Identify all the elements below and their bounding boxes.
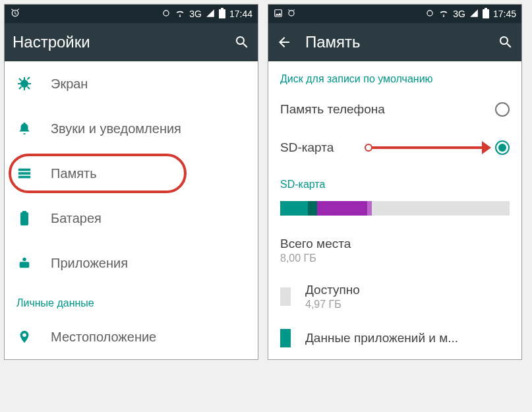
signal-icon: [206, 9, 215, 20]
storage-row-value: 8,00 ГБ: [280, 252, 351, 264]
settings-item-label: Экран: [51, 76, 88, 92]
phone-left: 3G 17:44 Настройки Экран Звуки и у: [4, 4, 258, 360]
settings-item-sound[interactable]: Звуки и уведомления: [5, 106, 258, 151]
storage-total-row[interactable]: Всего места 8,00 ГБ: [268, 227, 521, 274]
radio-unchecked-icon: [495, 102, 510, 117]
storage-row-title: Доступно: [305, 283, 360, 297]
radio-label: SD-карта: [280, 140, 334, 155]
highlight-annotation: [9, 154, 187, 193]
storage-apps-row[interactable]: Данные приложений и м...: [268, 320, 521, 357]
settings-item-storage[interactable]: Память: [5, 151, 258, 196]
svg-rect-6: [22, 211, 26, 213]
svg-rect-1: [221, 8, 223, 9]
storage-available-row[interactable]: Доступно 4,97 ГБ: [268, 274, 521, 320]
settings-item-label: Местоположение: [51, 330, 156, 345]
storage-segment: [317, 201, 368, 216]
wifi-icon: [438, 8, 449, 20]
settings-item-apps[interactable]: Приложения: [5, 241, 258, 285]
image-icon: [274, 9, 283, 20]
battery-icon: [483, 8, 489, 20]
section-header-default-disk: Диск для записи по умолчанию: [268, 61, 521, 90]
settings-item-label: Приложения: [51, 256, 128, 271]
storage-segment: [280, 201, 308, 216]
settings-item-label: Память: [51, 166, 97, 181]
signal-icon: [469, 9, 479, 20]
radio-label: Память телефона: [280, 102, 385, 117]
app-bar: Память: [268, 23, 521, 61]
apps-icon: [16, 255, 32, 271]
color-swatch: [280, 329, 291, 347]
clock-label: 17:44: [229, 9, 252, 19]
storage-row-title: Данные приложений и м...: [305, 331, 458, 345]
network-label: 3G: [453, 9, 465, 19]
storage-usage-bar: [280, 201, 510, 216]
arrow-annotation: [367, 146, 488, 149]
settings-list: Экран Звуки и уведомления Память Батарея: [5, 61, 258, 359]
network-label: 3G: [189, 9, 202, 19]
alarm-icon: [425, 9, 434, 20]
svg-rect-2: [18, 169, 30, 171]
svg-point-7: [22, 258, 26, 262]
settings-item-label: Звуки и уведомления: [51, 121, 181, 136]
clock-label: 17:45: [493, 9, 516, 19]
search-icon[interactable]: [234, 34, 250, 50]
app-bar: Настройки: [5, 23, 258, 61]
svg-rect-10: [483, 9, 489, 18]
status-bar: 3G 17:44: [5, 5, 258, 23]
svg-rect-8: [20, 262, 30, 268]
bell-icon: [16, 121, 32, 136]
svg-rect-11: [485, 8, 487, 9]
location-icon: [16, 329, 32, 345]
storage-icon: [16, 165, 32, 181]
search-icon[interactable]: [498, 34, 514, 50]
section-header-sd: SD-карта: [268, 167, 521, 196]
section-header-personal: Личные данные: [5, 285, 258, 314]
svg-rect-3: [18, 172, 30, 175]
battery-icon: [16, 210, 32, 226]
page-title: Настройки: [13, 33, 221, 51]
back-icon[interactable]: [276, 34, 292, 50]
settings-item-display[interactable]: Экран: [5, 61, 258, 106]
alarm-icon: [287, 9, 296, 20]
settings-item-battery[interactable]: Батарея: [5, 196, 258, 241]
storage-row-value: 4,97 ГБ: [305, 299, 360, 310]
radio-checked-icon: [495, 140, 510, 155]
settings-item-label: Батарея: [51, 211, 102, 226]
radio-phone-memory[interactable]: Память телефона: [268, 90, 521, 129]
status-bar: 3G 17:45: [268, 5, 521, 23]
radio-sd-card[interactable]: SD-карта: [268, 129, 521, 167]
battery-icon: [219, 8, 225, 20]
display-icon: [16, 76, 32, 92]
storage-segment: [308, 201, 317, 216]
settings-item-location[interactable]: Местоположение: [5, 314, 258, 359]
page-title: Память: [305, 33, 485, 51]
color-swatch: [280, 287, 291, 306]
svg-rect-4: [18, 176, 30, 179]
phone-right: 3G 17:45 Память Диск для записи по умолч…: [268, 4, 522, 360]
svg-rect-0: [219, 9, 225, 18]
svg-rect-5: [20, 212, 28, 225]
alarm-icon: [10, 8, 20, 20]
wifi-icon: [175, 8, 185, 20]
svg-rect-9: [275, 9, 282, 16]
storage-row-title: Всего места: [280, 237, 351, 251]
alarm-icon: [162, 9, 171, 20]
storage-segment: [367, 201, 372, 216]
